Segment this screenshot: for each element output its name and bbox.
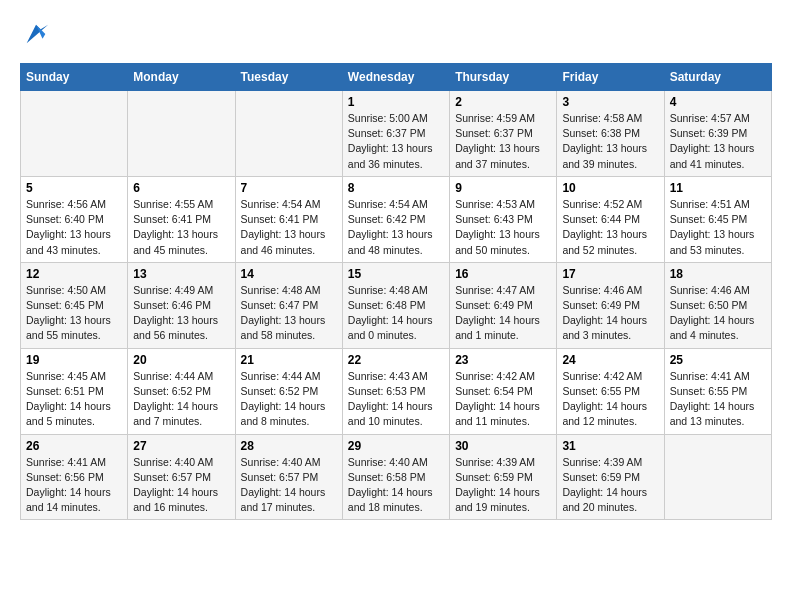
day-number: 25 xyxy=(670,353,766,367)
weekday-header-sunday: Sunday xyxy=(21,64,128,91)
calendar-cell: 8Sunrise: 4:54 AMSunset: 6:42 PMDaylight… xyxy=(342,176,449,262)
day-info: Sunrise: 4:54 AMSunset: 6:41 PMDaylight:… xyxy=(241,197,337,258)
calendar-cell: 10Sunrise: 4:52 AMSunset: 6:44 PMDayligh… xyxy=(557,176,664,262)
day-info: Sunrise: 5:00 AMSunset: 6:37 PMDaylight:… xyxy=(348,111,444,172)
day-number: 31 xyxy=(562,439,658,453)
calendar-table: SundayMondayTuesdayWednesdayThursdayFrid… xyxy=(20,63,772,520)
day-info: Sunrise: 4:47 AMSunset: 6:49 PMDaylight:… xyxy=(455,283,551,344)
weekday-header-row: SundayMondayTuesdayWednesdayThursdayFrid… xyxy=(21,64,772,91)
day-number: 1 xyxy=(348,95,444,109)
day-info: Sunrise: 4:41 AMSunset: 6:55 PMDaylight:… xyxy=(670,369,766,430)
calendar-cell xyxy=(664,434,771,520)
day-number: 28 xyxy=(241,439,337,453)
day-info: Sunrise: 4:48 AMSunset: 6:47 PMDaylight:… xyxy=(241,283,337,344)
day-number: 16 xyxy=(455,267,551,281)
calendar-cell: 7Sunrise: 4:54 AMSunset: 6:41 PMDaylight… xyxy=(235,176,342,262)
calendar-cell: 31Sunrise: 4:39 AMSunset: 6:59 PMDayligh… xyxy=(557,434,664,520)
calendar-cell: 17Sunrise: 4:46 AMSunset: 6:49 PMDayligh… xyxy=(557,262,664,348)
weekday-header-tuesday: Tuesday xyxy=(235,64,342,91)
calendar-cell: 29Sunrise: 4:40 AMSunset: 6:58 PMDayligh… xyxy=(342,434,449,520)
day-number: 29 xyxy=(348,439,444,453)
calendar-cell: 6Sunrise: 4:55 AMSunset: 6:41 PMDaylight… xyxy=(128,176,235,262)
day-info: Sunrise: 4:52 AMSunset: 6:44 PMDaylight:… xyxy=(562,197,658,258)
day-number: 27 xyxy=(133,439,229,453)
calendar-cell: 21Sunrise: 4:44 AMSunset: 6:52 PMDayligh… xyxy=(235,348,342,434)
calendar-cell xyxy=(128,91,235,177)
day-number: 13 xyxy=(133,267,229,281)
weekday-header-wednesday: Wednesday xyxy=(342,64,449,91)
calendar-week-row: 5Sunrise: 4:56 AMSunset: 6:40 PMDaylight… xyxy=(21,176,772,262)
day-number: 11 xyxy=(670,181,766,195)
day-info: Sunrise: 4:57 AMSunset: 6:39 PMDaylight:… xyxy=(670,111,766,172)
calendar-cell: 20Sunrise: 4:44 AMSunset: 6:52 PMDayligh… xyxy=(128,348,235,434)
day-number: 18 xyxy=(670,267,766,281)
calendar-cell: 15Sunrise: 4:48 AMSunset: 6:48 PMDayligh… xyxy=(342,262,449,348)
day-number: 8 xyxy=(348,181,444,195)
calendar-cell: 25Sunrise: 4:41 AMSunset: 6:55 PMDayligh… xyxy=(664,348,771,434)
day-number: 17 xyxy=(562,267,658,281)
calendar-cell: 4Sunrise: 4:57 AMSunset: 6:39 PMDaylight… xyxy=(664,91,771,177)
weekday-header-friday: Friday xyxy=(557,64,664,91)
calendar-cell: 26Sunrise: 4:41 AMSunset: 6:56 PMDayligh… xyxy=(21,434,128,520)
day-number: 5 xyxy=(26,181,122,195)
logo xyxy=(20,20,50,48)
day-info: Sunrise: 4:43 AMSunset: 6:53 PMDaylight:… xyxy=(348,369,444,430)
calendar-cell: 14Sunrise: 4:48 AMSunset: 6:47 PMDayligh… xyxy=(235,262,342,348)
day-number: 21 xyxy=(241,353,337,367)
calendar-cell: 27Sunrise: 4:40 AMSunset: 6:57 PMDayligh… xyxy=(128,434,235,520)
calendar-cell: 12Sunrise: 4:50 AMSunset: 6:45 PMDayligh… xyxy=(21,262,128,348)
day-number: 4 xyxy=(670,95,766,109)
calendar-cell: 3Sunrise: 4:58 AMSunset: 6:38 PMDaylight… xyxy=(557,91,664,177)
day-number: 12 xyxy=(26,267,122,281)
weekday-header-saturday: Saturday xyxy=(664,64,771,91)
day-number: 15 xyxy=(348,267,444,281)
day-info: Sunrise: 4:48 AMSunset: 6:48 PMDaylight:… xyxy=(348,283,444,344)
day-number: 20 xyxy=(133,353,229,367)
calendar-week-row: 26Sunrise: 4:41 AMSunset: 6:56 PMDayligh… xyxy=(21,434,772,520)
day-number: 26 xyxy=(26,439,122,453)
calendar-cell: 13Sunrise: 4:49 AMSunset: 6:46 PMDayligh… xyxy=(128,262,235,348)
calendar-cell: 23Sunrise: 4:42 AMSunset: 6:54 PMDayligh… xyxy=(450,348,557,434)
logo-icon xyxy=(22,20,50,48)
day-info: Sunrise: 4:58 AMSunset: 6:38 PMDaylight:… xyxy=(562,111,658,172)
day-info: Sunrise: 4:40 AMSunset: 6:57 PMDaylight:… xyxy=(241,455,337,516)
calendar-week-row: 19Sunrise: 4:45 AMSunset: 6:51 PMDayligh… xyxy=(21,348,772,434)
day-info: Sunrise: 4:51 AMSunset: 6:45 PMDaylight:… xyxy=(670,197,766,258)
day-number: 10 xyxy=(562,181,658,195)
calendar-cell: 16Sunrise: 4:47 AMSunset: 6:49 PMDayligh… xyxy=(450,262,557,348)
day-info: Sunrise: 4:45 AMSunset: 6:51 PMDaylight:… xyxy=(26,369,122,430)
day-info: Sunrise: 4:46 AMSunset: 6:50 PMDaylight:… xyxy=(670,283,766,344)
day-number: 23 xyxy=(455,353,551,367)
day-info: Sunrise: 4:39 AMSunset: 6:59 PMDaylight:… xyxy=(562,455,658,516)
day-info: Sunrise: 4:40 AMSunset: 6:57 PMDaylight:… xyxy=(133,455,229,516)
day-number: 30 xyxy=(455,439,551,453)
day-info: Sunrise: 4:44 AMSunset: 6:52 PMDaylight:… xyxy=(241,369,337,430)
calendar-cell: 28Sunrise: 4:40 AMSunset: 6:57 PMDayligh… xyxy=(235,434,342,520)
calendar-cell: 5Sunrise: 4:56 AMSunset: 6:40 PMDaylight… xyxy=(21,176,128,262)
calendar-cell: 1Sunrise: 5:00 AMSunset: 6:37 PMDaylight… xyxy=(342,91,449,177)
day-info: Sunrise: 4:55 AMSunset: 6:41 PMDaylight:… xyxy=(133,197,229,258)
day-info: Sunrise: 4:53 AMSunset: 6:43 PMDaylight:… xyxy=(455,197,551,258)
day-number: 14 xyxy=(241,267,337,281)
day-number: 2 xyxy=(455,95,551,109)
calendar-cell: 18Sunrise: 4:46 AMSunset: 6:50 PMDayligh… xyxy=(664,262,771,348)
weekday-header-thursday: Thursday xyxy=(450,64,557,91)
day-number: 9 xyxy=(455,181,551,195)
calendar-cell: 22Sunrise: 4:43 AMSunset: 6:53 PMDayligh… xyxy=(342,348,449,434)
day-info: Sunrise: 4:56 AMSunset: 6:40 PMDaylight:… xyxy=(26,197,122,258)
calendar-week-row: 12Sunrise: 4:50 AMSunset: 6:45 PMDayligh… xyxy=(21,262,772,348)
calendar-cell: 11Sunrise: 4:51 AMSunset: 6:45 PMDayligh… xyxy=(664,176,771,262)
day-number: 22 xyxy=(348,353,444,367)
day-info: Sunrise: 4:42 AMSunset: 6:54 PMDaylight:… xyxy=(455,369,551,430)
day-info: Sunrise: 4:41 AMSunset: 6:56 PMDaylight:… xyxy=(26,455,122,516)
calendar-week-row: 1Sunrise: 5:00 AMSunset: 6:37 PMDaylight… xyxy=(21,91,772,177)
calendar-cell xyxy=(21,91,128,177)
day-number: 24 xyxy=(562,353,658,367)
day-info: Sunrise: 4:50 AMSunset: 6:45 PMDaylight:… xyxy=(26,283,122,344)
day-info: Sunrise: 4:44 AMSunset: 6:52 PMDaylight:… xyxy=(133,369,229,430)
calendar-cell: 9Sunrise: 4:53 AMSunset: 6:43 PMDaylight… xyxy=(450,176,557,262)
calendar-cell: 2Sunrise: 4:59 AMSunset: 6:37 PMDaylight… xyxy=(450,91,557,177)
day-info: Sunrise: 4:42 AMSunset: 6:55 PMDaylight:… xyxy=(562,369,658,430)
day-number: 6 xyxy=(133,181,229,195)
calendar-cell: 19Sunrise: 4:45 AMSunset: 6:51 PMDayligh… xyxy=(21,348,128,434)
